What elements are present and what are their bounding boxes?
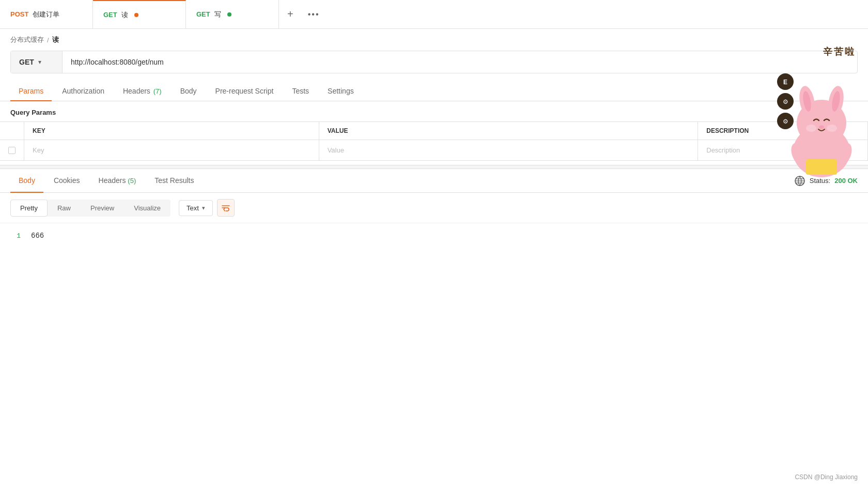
breadcrumb-current: 读	[52, 35, 59, 44]
tab-get-read[interactable]: GET 读	[93, 0, 186, 28]
tab-get-write[interactable]: GET 写	[186, 0, 279, 28]
url-input[interactable]	[63, 58, 857, 66]
response-area: Body Cookies Headers (5) Test Results St…	[0, 169, 868, 248]
globe-icon	[794, 175, 805, 187]
resp-tab-body[interactable]: Body	[10, 169, 43, 193]
url-bar: GET ▾	[10, 51, 858, 73]
status-label: Status:	[810, 177, 830, 185]
value-col-header: VALUE	[319, 122, 698, 140]
breadcrumb: 分布式缓存 / 读	[0, 29, 868, 51]
resp-tab-test-results[interactable]: Test Results	[146, 169, 202, 193]
line-number-1: 1	[10, 232, 21, 240]
description-cell[interactable]: Description	[698, 140, 868, 161]
status-indicator: Status: 200 OK	[794, 175, 858, 187]
breadcrumb-separator: /	[47, 36, 49, 44]
response-tabs-bar: Body Cookies Headers (5) Test Results St…	[0, 169, 868, 193]
resp-tab-headers[interactable]: Headers (5)	[90, 169, 145, 193]
format-tab-pretty[interactable]: Pretty	[10, 200, 48, 217]
code-line: 1 666	[10, 232, 858, 240]
method-select[interactable]: GET ▾	[11, 51, 63, 73]
params-table: KEY VALUE DESCRIPTION Key Value Descript…	[0, 121, 868, 161]
request-tabs: Params Authorization Headers (7) Body Pr…	[0, 82, 868, 101]
chevron-down-icon: ▾	[202, 205, 205, 211]
wrap-icon	[221, 203, 230, 212]
row-checkbox[interactable]	[8, 147, 16, 154]
tab-post-create-order[interactable]: POST 创建订单	[0, 0, 93, 28]
headers-badge: (7)	[153, 87, 162, 95]
tab-name-write: 写	[214, 10, 221, 19]
tab-method-get-read: GET	[103, 11, 117, 19]
add-icon: +	[287, 8, 293, 20]
tab-headers[interactable]: Headers (7)	[115, 82, 170, 101]
more-tabs-button[interactable]: •••	[302, 0, 326, 28]
chevron-down-icon: ▾	[38, 58, 41, 66]
format-tab-raw[interactable]: Raw	[48, 200, 81, 217]
method-select-text: GET	[19, 58, 34, 66]
value-cell[interactable]: Value	[319, 140, 698, 161]
resp-tab-cookies[interactable]: Cookies	[45, 169, 88, 193]
add-tab-button[interactable]: +	[279, 0, 302, 28]
row-checkbox-cell	[0, 140, 24, 161]
tab-authorization[interactable]: Authorization	[54, 82, 113, 101]
format-tab-preview[interactable]: Preview	[81, 200, 124, 217]
tab-dot-write	[227, 12, 231, 17]
tab-settings[interactable]: Settings	[319, 82, 362, 101]
key-col-header: KEY	[24, 122, 319, 140]
description-col-header: DESCRIPTION	[698, 122, 868, 140]
footer-attribution: CSDN @Ding Jiaxiong	[795, 473, 858, 481]
tab-tests[interactable]: Tests	[284, 82, 317, 101]
tab-prerequest-script[interactable]: Pre-request Script	[207, 82, 282, 101]
checkbox-col-header	[0, 122, 24, 140]
tab-name-read: 读	[121, 10, 128, 20]
status-code: 200 OK	[834, 177, 858, 185]
line-content-1: 666	[31, 232, 44, 240]
format-tab-visualize[interactable]: Visualize	[124, 200, 171, 217]
tab-body[interactable]: Body	[172, 82, 205, 101]
word-wrap-button[interactable]	[217, 199, 235, 217]
tab-params[interactable]: Params	[10, 82, 52, 101]
text-format-label: Text	[187, 204, 199, 212]
tab-method-post: POST	[10, 10, 28, 18]
more-icon: •••	[308, 10, 320, 19]
text-format-dropdown[interactable]: Text ▾	[179, 200, 213, 216]
format-bar: Pretty Raw Preview Visualize Text ▾	[0, 193, 868, 223]
breadcrumb-parent[interactable]: 分布式缓存	[10, 35, 44, 44]
tab-bar: POST 创建订单 GET 读 GET 写 + •••	[0, 0, 868, 29]
code-area: 1 666	[0, 223, 868, 248]
query-params-title: Query Params	[0, 101, 868, 121]
tab-name-create-order: 创建订单	[33, 10, 59, 19]
resp-headers-badge: (5)	[128, 177, 136, 185]
section-divider	[0, 165, 868, 169]
tab-method-get-write: GET	[196, 10, 210, 18]
key-cell[interactable]: Key	[24, 140, 319, 161]
table-row: Key Value Description	[0, 140, 868, 161]
format-tabs: Pretty Raw Preview Visualize	[10, 200, 171, 217]
tab-dot-read	[134, 13, 138, 17]
